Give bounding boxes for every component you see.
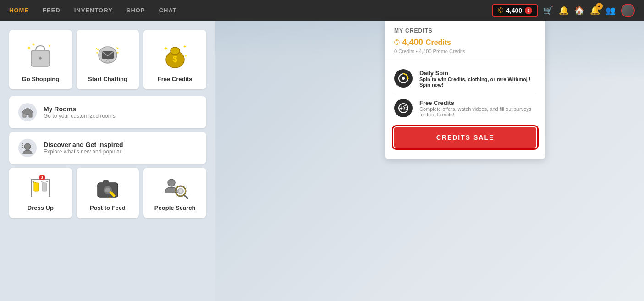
svg-point-40	[168, 179, 175, 186]
navbar: HOME FEED INVENTORY SHOP CHAT © 4,400 $ …	[0, 0, 644, 21]
svg-text:✦: ✦	[38, 55, 43, 62]
my-rooms-sub: Go to your customized rooms	[44, 113, 116, 119]
svg-point-11	[117, 52, 119, 54]
right-area: MY CREDITS © 4,400 Credits 0 Credits • 4…	[215, 21, 644, 301]
my-rooms-title: My Rooms	[44, 105, 116, 113]
svg-rect-28	[34, 183, 39, 191]
svg-text:2: 2	[41, 176, 43, 179]
list-item-discover[interactable]: Discover and Get inspired Explore what's…	[9, 132, 206, 164]
coin-icon: ©	[498, 6, 503, 15]
card-post-to-feed-label: Post to Feed	[90, 204, 126, 211]
credits-count: 4,400	[506, 7, 522, 14]
svg-point-48	[402, 77, 405, 80]
nav-right: © 4,400 $ 🛒 🔔 🏠 🔔 4 👥	[492, 4, 635, 17]
svg-point-10	[96, 52, 98, 54]
credits-badge[interactable]: © 4,400 $	[492, 4, 538, 17]
top-card-grid: ✦ Go Shopping	[9, 30, 206, 89]
free-credits-panel-sub: Complete offers, watch videos, and fill …	[419, 106, 536, 117]
svg-line-9	[117, 47, 118, 49]
notification-badge: 4	[596, 3, 603, 10]
my-rooms-text: My Rooms Go to your customized rooms	[44, 105, 116, 119]
svg-point-1	[28, 47, 30, 49]
svg-text:+©: +©	[399, 104, 408, 112]
gift-icon: $	[525, 7, 532, 14]
discover-title: Discover and Get inspired	[44, 141, 123, 148]
card-go-shopping[interactable]: ✦ Go Shopping	[9, 30, 72, 89]
free-credits-icon: $ ✦ ✦ ✦	[150, 37, 199, 73]
nav-item-home[interactable]: HOME	[9, 7, 29, 14]
svg-point-20	[24, 143, 31, 150]
shopping-icon: ✦	[16, 37, 65, 73]
cart-icon[interactable]: 🛒	[543, 5, 553, 16]
my-rooms-icon	[18, 103, 37, 121]
free-credits-panel-title: Free Credits	[419, 99, 536, 106]
list-item-my-rooms[interactable]: My Rooms Go to your customized rooms	[9, 96, 206, 128]
chatting-icon	[83, 37, 132, 73]
daily-spin-row[interactable]: Daily Spin Spin to win Credits, clothing…	[394, 64, 536, 93]
card-dress-up-label: Dress Up	[28, 204, 54, 211]
nav-item-chat[interactable]: CHAT	[159, 7, 177, 14]
daily-spin-text: Daily Spin Spin to win Credits, clothing…	[419, 70, 536, 88]
svg-line-8	[96, 48, 99, 50]
home-icon[interactable]: 🏠	[574, 5, 584, 16]
discover-icon	[18, 139, 37, 157]
card-people-search-label: People Search	[154, 204, 196, 211]
free-credits-panel-text: Free Credits Complete offers, watch vide…	[419, 99, 536, 117]
card-go-shopping-label: Go Shopping	[22, 76, 60, 82]
card-post-to-feed[interactable]: Post to Feed	[77, 168, 139, 218]
card-start-chatting[interactable]: Start Chatting	[77, 30, 139, 89]
credits-sub-text: 0 Credits • 4,400 Promo Credits	[394, 49, 536, 54]
daily-spin-sub: Spin to win Credits, clothing, or rare W…	[419, 77, 536, 88]
main-content: ✦ Go Shopping	[0, 21, 644, 301]
svg-point-30	[46, 181, 48, 182]
credits-dropdown: MY CREDITS © 4,400 Credits 0 Credits • 4…	[385, 21, 545, 159]
svg-point-31	[33, 181, 34, 182]
svg-point-2	[49, 45, 50, 47]
bottom-card-grid: 2 Dress Up	[9, 168, 206, 218]
svg-point-13	[171, 47, 180, 55]
svg-line-44	[184, 195, 187, 198]
svg-point-43	[179, 189, 182, 193]
card-people-search[interactable]: People Search	[143, 168, 206, 218]
free-credits-row[interactable]: +© Free Credits Complete offers, watch v…	[394, 93, 536, 123]
nav-item-inventory[interactable]: INVENTORY	[74, 7, 113, 14]
avatar[interactable]	[621, 4, 635, 17]
svg-point-19	[23, 114, 26, 117]
my-credits-label: MY CREDITS	[394, 27, 536, 34]
credits-amount-row: © 4,400 Credits	[394, 38, 536, 47]
daily-spin-title: Daily Spin	[419, 70, 536, 77]
post-to-feed-icon	[94, 175, 121, 202]
free-credits-panel-icon: +©	[394, 99, 413, 117]
svg-text:$: $	[173, 55, 177, 64]
card-start-chatting-label: Start Chatting	[88, 76, 127, 82]
credits-panel-header: MY CREDITS © 4,400 Credits 0 Credits • 4…	[385, 21, 545, 59]
credits-amount-num: 4,400	[402, 38, 423, 47]
discover-sub: Explore what's new and popular	[44, 148, 123, 155]
credits-sale-button[interactable]: CREDITS SALE	[394, 127, 536, 148]
alert-icon[interactable]: 🔔 4	[590, 5, 600, 16]
svg-text:✦: ✦	[183, 44, 187, 49]
dress-up-icon: 2	[27, 175, 54, 202]
amount-coin-icon: ©	[394, 38, 400, 47]
card-dress-up[interactable]: 2 Dress Up	[9, 168, 72, 218]
svg-rect-37	[103, 180, 109, 183]
card-free-credits-label: Free Credits	[158, 76, 193, 82]
bell-icon[interactable]: 🔔	[559, 5, 569, 16]
people-search-icon	[161, 175, 189, 202]
svg-text:✦: ✦	[184, 54, 187, 58]
nav-item-feed[interactable]: FEED	[43, 7, 61, 14]
nav-item-shop[interactable]: SHOP	[127, 7, 145, 14]
daily-spin-icon	[394, 69, 413, 88]
credits-panel-body: Daily Spin Spin to win Credits, clothing…	[385, 59, 545, 159]
card-free-credits[interactable]: $ ✦ ✦ ✦ Free Credits	[143, 30, 206, 89]
left-panel: ✦ Go Shopping	[0, 21, 215, 301]
svg-rect-29	[42, 183, 47, 191]
svg-text:✦: ✦	[164, 45, 168, 52]
people-icon[interactable]: 👥	[605, 5, 616, 16]
credits-amount-label: Credits	[426, 38, 451, 47]
nav-menu: HOME FEED INVENTORY SHOP CHAT	[9, 7, 177, 14]
svg-point-3	[33, 44, 35, 46]
discover-text: Discover and Get inspired Explore what's…	[44, 141, 123, 155]
